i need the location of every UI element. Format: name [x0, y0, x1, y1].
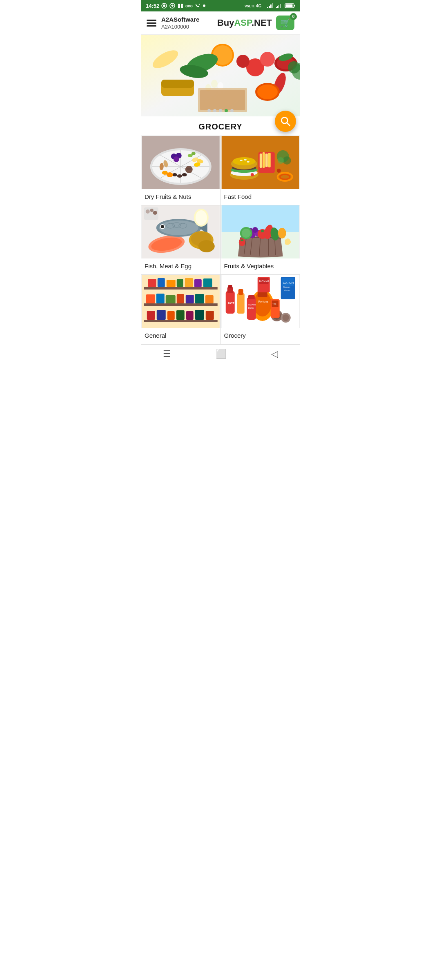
- svg-rect-137: [144, 303, 218, 306]
- category-cell-fast-food[interactable]: Fast Food: [221, 136, 301, 205]
- svg-rect-6: [181, 6, 183, 8]
- nav-home-button[interactable]: ⬜: [216, 349, 227, 359]
- svg-point-124: [252, 227, 258, 233]
- svg-rect-151: [195, 294, 204, 303]
- circle-icon: [169, 3, 176, 9]
- banner-carousel[interactable]: [141, 35, 300, 116]
- category-label-fish-meat: Fish, Meat & Egg: [141, 258, 220, 274]
- nav-back-button[interactable]: ◁: [271, 349, 278, 359]
- svg-point-64: [182, 173, 187, 176]
- svg-rect-140: [158, 278, 165, 287]
- svg-rect-5: [178, 6, 180, 8]
- cart-button[interactable]: 🛒 0: [276, 16, 294, 30]
- svg-point-113: [150, 209, 154, 212]
- svg-point-36: [257, 85, 278, 99]
- category-cell-fruits-veg[interactable]: Fruits & Vegtables: [221, 205, 301, 275]
- category-image-general: [141, 275, 220, 328]
- svg-text:HOT: HOT: [228, 302, 234, 305]
- svg-point-87: [247, 161, 249, 163]
- svg-rect-116: [221, 205, 299, 232]
- svg-rect-77: [265, 154, 267, 167]
- svg-line-48: [287, 123, 290, 126]
- svg-point-92: [277, 157, 284, 164]
- battery-icon: [285, 3, 295, 9]
- svg-rect-3: [178, 4, 180, 6]
- hamburger-menu[interactable]: [147, 20, 156, 27]
- svg-rect-149: [177, 294, 184, 303]
- svg-point-70: [192, 152, 196, 155]
- svg-point-112: [146, 209, 150, 214]
- svg-point-1: [163, 4, 165, 7]
- svg-rect-153: [147, 311, 155, 320]
- svg-text:DOG: DOG: [248, 307, 254, 309]
- svg-rect-145: [203, 278, 212, 287]
- dot-4: [225, 109, 228, 112]
- svg-rect-18: [278, 5, 279, 8]
- call-icon: [195, 3, 201, 9]
- svg-rect-156: [176, 310, 185, 320]
- category-cell-general[interactable]: General: [141, 275, 221, 344]
- nav-menu-button[interactable]: ☰: [163, 349, 171, 359]
- svg-point-58: [174, 156, 179, 162]
- category-image-grocery: HOT CATCH Garam Masala Fortune SMART D: [221, 275, 300, 328]
- svg-rect-44: [200, 90, 245, 110]
- dot-2: [213, 109, 216, 112]
- svg-point-46: [288, 61, 300, 74]
- svg-point-29: [236, 55, 249, 68]
- svg-rect-155: [167, 311, 175, 320]
- svg-rect-21: [294, 5, 295, 7]
- svg-point-84: [232, 157, 255, 165]
- category-cell-fish-meat[interactable]: Fish, Meat & Egg: [141, 205, 221, 275]
- user-name: A2ASoftware: [161, 16, 199, 24]
- svg-point-9: [203, 4, 205, 7]
- svg-rect-154: [157, 310, 166, 320]
- category-image-dry-fruits: [141, 136, 220, 189]
- svg-point-28: [260, 52, 275, 67]
- signal-bars-icon: [276, 3, 283, 9]
- svg-rect-33: [161, 80, 194, 88]
- svg-text:CATCH: CATCH: [283, 281, 294, 285]
- dot-1: [207, 109, 211, 112]
- search-fab[interactable]: [275, 111, 296, 132]
- svg-point-114: [153, 211, 157, 215]
- banner-image: [141, 35, 300, 116]
- svg-rect-152: [205, 295, 214, 303]
- svg-rect-163: [228, 285, 232, 288]
- ovo-icon: ovo: [185, 3, 194, 9]
- svg-rect-17: [277, 6, 278, 8]
- svg-rect-75: [259, 154, 262, 168]
- status-right: VoLTE 4G: [245, 3, 295, 9]
- dot-5: [230, 109, 234, 112]
- svg-rect-143: [185, 278, 193, 287]
- logo-asp: ASP: [234, 18, 251, 28]
- category-label-fast-food: Fast Food: [221, 189, 300, 205]
- volte-icon: VoLTE: [245, 3, 254, 9]
- svg-text:Trix: Trix: [272, 303, 276, 305]
- svg-point-108: [198, 240, 215, 252]
- status-bar: 14:52 ovo VoLTE 4G: [141, 0, 300, 11]
- category-image-fish-meat: [141, 205, 220, 258]
- apps-icon: [177, 3, 184, 9]
- svg-point-63: [177, 174, 182, 178]
- svg-rect-14: [270, 4, 272, 8]
- status-left: 14:52 ovo: [146, 3, 206, 9]
- svg-rect-22: [286, 4, 293, 7]
- svg-rect-138: [144, 320, 218, 322]
- svg-rect-78: [268, 153, 270, 167]
- svg-rect-159: [206, 311, 214, 320]
- svg-point-85: [240, 160, 242, 161]
- svg-point-131: [241, 229, 250, 238]
- svg-point-40: [211, 80, 218, 88]
- svg-line-8: [199, 4, 200, 5]
- category-label-general: General: [141, 328, 220, 344]
- category-cell-grocery[interactable]: HOT CATCH Garam Masala Fortune SMART D: [221, 275, 301, 344]
- banner-dots: [207, 109, 234, 112]
- svg-text:VoLTE: VoLTE: [245, 4, 254, 8]
- svg-rect-166: [238, 289, 243, 295]
- svg-rect-136: [144, 287, 218, 290]
- section-header: GROCERY: [141, 116, 300, 136]
- svg-point-68: [162, 171, 168, 175]
- svg-point-86: [244, 159, 246, 160]
- svg-rect-16: [276, 7, 277, 8]
- category-cell-dry-fruits[interactable]: Dry Fruits & Nuts: [141, 136, 221, 205]
